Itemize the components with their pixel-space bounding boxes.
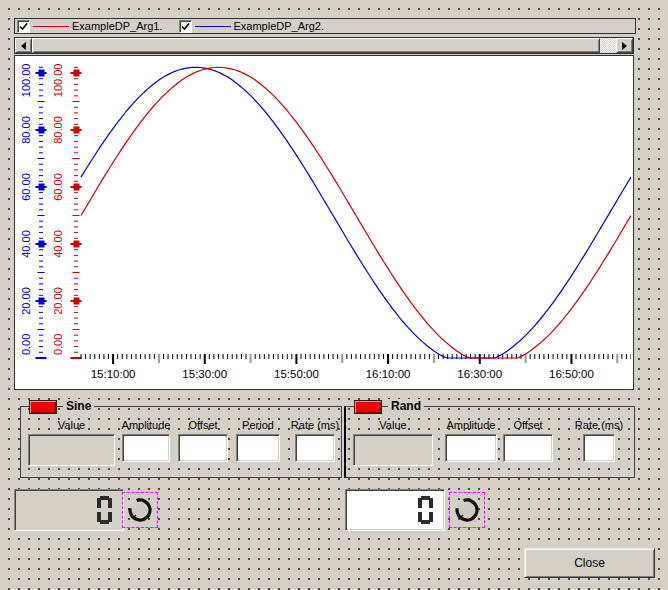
sine-amplitude-input[interactable] [122, 434, 170, 462]
rand-value-display [345, 489, 445, 531]
sine-rate-input[interactable] [295, 434, 335, 462]
close-button[interactable]: Close [524, 548, 655, 578]
svg-text:40.00: 40.00 [20, 230, 32, 258]
y-axis-blue: 0.0020.0040.0060.0080.00100.00 [20, 64, 47, 358]
sine-period-input[interactable] [236, 434, 280, 462]
rand-amplitude-input[interactable] [445, 434, 497, 462]
rand-offset-label: Offset [513, 419, 542, 431]
svg-text:60.00: 60.00 [20, 173, 32, 201]
legend-line-sample [33, 26, 69, 27]
svg-text:16:30:00: 16:30:00 [457, 368, 502, 380]
legend-line-sample [195, 26, 231, 27]
trend-plot: 0.0020.0040.0060.0080.00100.000.0020.004… [15, 56, 631, 387]
rand-value-input [353, 434, 433, 466]
rand-group-title: Rand [388, 399, 424, 413]
rand-field-amplitude: Amplitude [445, 419, 497, 462]
rand-field-rate: Rate (ms) [583, 419, 615, 462]
sine-knob-selection [122, 492, 158, 528]
svg-text:80.00: 80.00 [20, 116, 32, 144]
sine-amplitude-label: Amplitude [122, 419, 171, 431]
svg-text:60.00: 60.00 [52, 173, 64, 201]
group-rand: Rand ValueAmplitudeOffsetRate (ms) [344, 406, 635, 478]
legend-checkbox-2[interactable] [179, 20, 192, 33]
rand-offset-input[interactable] [503, 434, 553, 462]
scrollbar-left-arrow-button[interactable] [15, 38, 32, 53]
knob-icon[interactable] [125, 495, 155, 525]
legend-checkbox-1[interactable] [17, 20, 30, 33]
series-ExampleDP_Arg1 [81, 67, 631, 358]
sine-value-display [14, 489, 124, 531]
legend-item-2: ExampleDP_Arg2. [179, 19, 325, 33]
rand-amplitude-label: Amplitude [447, 419, 496, 431]
rand-fields: ValueAmplitudeOffsetRate (ms) [346, 419, 615, 466]
svg-text:15:10:00: 15:10:00 [91, 368, 136, 380]
sine-status-led [29, 400, 57, 414]
rand-rate-label: Rate (ms) [575, 419, 623, 431]
rand-field-offset: Offset [503, 419, 553, 462]
sine-value-input [28, 434, 115, 466]
sine-fields: ValueAmplitudeOffsetPeriodRate (ms) [21, 419, 335, 466]
svg-text:15:50:00: 15:50:00 [274, 368, 319, 380]
sine-field-amplitude: Amplitude [122, 419, 170, 462]
group-sine: Sine ValueAmplitudeOffsetPeriodRate (ms) [20, 406, 342, 478]
sine-field-offset: Offset [178, 419, 228, 462]
legend-label: ExampleDP_Arg2. [234, 20, 325, 32]
sine-rate-label: Rate (ms) [291, 419, 339, 431]
sine-group-title: Sine [63, 399, 94, 413]
svg-text:16:50:00: 16:50:00 [549, 368, 594, 380]
svg-text:100.00: 100.00 [20, 64, 32, 98]
sine-field-value: Value [28, 419, 115, 466]
panel: ExampleDP_Arg1.ExampleDP_Arg2. 0.0020.00… [0, 0, 668, 590]
svg-text:100.00: 100.00 [52, 64, 64, 98]
scrollbar-thumb[interactable] [32, 38, 600, 53]
scrollbar-track[interactable] [600, 38, 616, 53]
svg-text:20.00: 20.00 [20, 287, 32, 315]
right-arrow-icon [622, 42, 627, 50]
left-arrow-icon [21, 42, 26, 50]
trend-scrollbar[interactable] [14, 37, 634, 54]
svg-text:40.00: 40.00 [52, 230, 64, 258]
sine-offset-label: Offset [188, 419, 217, 431]
rand-rate-input[interactable] [583, 434, 615, 462]
rand-status-led [354, 400, 382, 414]
check-icon [19, 22, 28, 31]
y-axis-red: 0.0020.0040.0060.0080.00100.00 [52, 64, 82, 358]
sine-period-label: Period [242, 419, 274, 431]
rand-knob-selection [449, 492, 485, 528]
svg-text:0.00: 0.00 [52, 334, 64, 355]
rand-field-value: Value [353, 419, 433, 466]
rand-value-label: Value [379, 419, 406, 431]
seven-segment-digit [418, 496, 433, 524]
svg-text:15:30:00: 15:30:00 [182, 368, 227, 380]
svg-text:20.00: 20.00 [52, 287, 64, 315]
sine-value-label: Value [58, 419, 85, 431]
sine-field-period: Period [236, 419, 280, 462]
legend-item-1: ExampleDP_Arg1. [17, 19, 163, 33]
svg-text:16:10:00: 16:10:00 [366, 368, 411, 380]
seven-segment-digit [97, 496, 112, 524]
sine-field-rate: Rate (ms) [295, 419, 335, 462]
svg-text:0.00: 0.00 [20, 334, 32, 355]
series-ExampleDP_Arg2 [81, 67, 631, 358]
x-axis: 15:10:0015:30:0015:50:0016:10:0016:30:00… [81, 354, 631, 380]
sine-offset-input[interactable] [178, 434, 228, 462]
knob-icon[interactable] [452, 495, 482, 525]
legend-label: ExampleDP_Arg1. [72, 20, 163, 32]
trend-chart: 0.0020.0040.0060.0080.00100.000.0020.004… [14, 55, 634, 390]
svg-text:80.00: 80.00 [52, 116, 64, 144]
check-icon [181, 22, 190, 31]
scrollbar-right-arrow-button[interactable] [616, 38, 633, 53]
trend-legend: ExampleDP_Arg1.ExampleDP_Arg2. [14, 18, 636, 34]
